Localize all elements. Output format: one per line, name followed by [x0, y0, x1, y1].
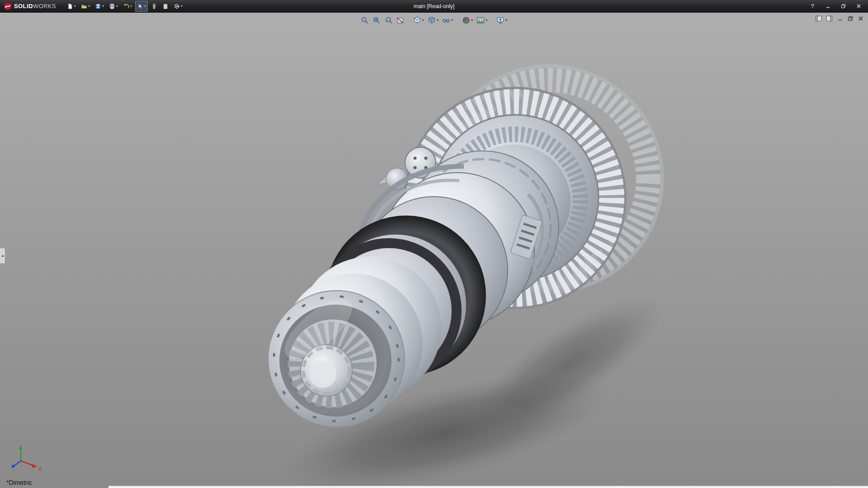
apply-scene-button[interactable]: ▾ [476, 15, 488, 25]
feature-manager-collapse-tab[interactable]: ◂ [0, 248, 5, 264]
brand-text: SOLIDWORKS [14, 3, 56, 9]
close-window-button[interactable] [853, 2, 864, 11]
new-document-button[interactable]: ▾ [65, 1, 78, 12]
dropdown-icon[interactable]: ▾ [88, 5, 90, 8]
view-orientation-cube-icon [413, 16, 421, 24]
rebuild-button[interactable] [149, 1, 159, 12]
print-button[interactable]: ▾ [107, 1, 120, 12]
close-icon [856, 4, 861, 9]
select-button[interactable]: ▾ [135, 1, 148, 12]
section-view-icon [396, 16, 404, 24]
status-strip [108, 486, 868, 488]
close-document-button[interactable] [857, 15, 864, 22]
engine-model [0, 13, 868, 488]
previous-view-button[interactable] [383, 15, 393, 25]
heads-up-view-toolbar: ▾ ▾ ▾ [359, 15, 509, 25]
view-settings-button[interactable]: ▾ [495, 15, 508, 25]
dropdown-icon[interactable]: ▾ [181, 5, 183, 8]
dropdown-icon[interactable]: ▾ [102, 5, 104, 8]
save-icon [95, 3, 101, 9]
show-task-pane-button[interactable] [826, 15, 833, 22]
window-controls: ? [807, 2, 864, 11]
open-icon [81, 3, 87, 9]
restore-window-button[interactable] [837, 2, 849, 11]
dropdown-icon[interactable]: ▾ [422, 19, 424, 22]
minimize-icon [837, 15, 843, 22]
undo-button[interactable]: ▾ [121, 1, 134, 12]
hide-show-items-button[interactable]: ▾ [441, 15, 454, 25]
view-orientation-button[interactable]: ▾ [412, 15, 425, 25]
dropdown-icon[interactable]: ▾ [116, 5, 118, 8]
edit-appearance-ball-icon [462, 16, 470, 24]
dropdown-icon[interactable]: ▾ [437, 19, 439, 22]
save-button[interactable]: ▾ [93, 1, 106, 12]
zoom-to-area-icon [373, 16, 381, 24]
dropdown-icon[interactable]: ▾ [130, 5, 132, 8]
solidworks-logo-icon [4, 2, 12, 10]
collapse-left-icon: ◂ [1, 253, 4, 258]
apply-scene-icon [476, 16, 485, 24]
open-button[interactable]: ▾ [79, 1, 92, 12]
brand-works: WORKS [33, 3, 56, 9]
zoom-to-area-button[interactable] [372, 15, 382, 25]
undo-icon [123, 3, 129, 9]
brand: SOLIDWORKS [4, 2, 56, 10]
dropdown-icon[interactable]: ▾ [74, 5, 76, 8]
show-feature-manager-button[interactable] [815, 15, 822, 22]
left-pane-icon [815, 15, 822, 22]
display-style-button[interactable]: ▾ [427, 15, 439, 25]
help-button[interactable]: ? [807, 2, 818, 11]
dropdown-icon[interactable]: ▾ [451, 19, 453, 22]
dropdown-icon[interactable]: ▾ [486, 19, 487, 22]
edit-appearance-button[interactable]: ▾ [461, 15, 474, 25]
hide-show-glasses-icon [442, 16, 450, 24]
brand-solid: SOLID [14, 3, 33, 9]
document-title: main [Read-only] [414, 3, 455, 9]
restore-document-button[interactable] [847, 15, 854, 22]
close-icon [858, 15, 864, 22]
axis-x-label: X [38, 466, 42, 472]
file-properties-icon [162, 3, 169, 9]
title-bar: SOLIDWORKS ▾ ▾ [0, 0, 868, 13]
options-button[interactable]: ▾ [172, 1, 184, 12]
graphics-area[interactable]: ▾ ▾ ▾ [0, 13, 868, 488]
view-orientation-label: *Dimetric [6, 479, 32, 486]
zoom-to-fit-icon [361, 16, 369, 24]
select-cursor-icon [137, 3, 143, 9]
minimize-window-button[interactable] [822, 2, 834, 11]
minimize-icon [826, 4, 830, 9]
reference-triad: X [7, 443, 45, 475]
right-pane-icon [826, 15, 833, 22]
help-icon: ? [811, 3, 814, 9]
section-view-button[interactable] [395, 15, 405, 25]
file-properties-button[interactable] [160, 1, 170, 12]
restore-icon [841, 4, 846, 9]
dropdown-icon[interactable]: ▾ [471, 19, 473, 22]
document-window-controls [815, 15, 864, 22]
rebuild-icon [151, 3, 157, 9]
dropdown-icon[interactable]: ▾ [505, 19, 507, 22]
view-settings-icon [496, 16, 505, 24]
print-icon [109, 3, 115, 9]
previous-view-icon [384, 16, 392, 24]
dropdown-icon[interactable]: ▾ [144, 5, 146, 8]
new-document-icon [67, 3, 73, 9]
solidworks-window: SOLIDWORKS ▾ ▾ [0, 0, 868, 488]
minimize-document-button[interactable] [836, 15, 844, 22]
options-gear-icon [174, 3, 180, 9]
display-style-icon [428, 16, 436, 24]
restore-icon [847, 15, 854, 22]
zoom-to-fit-button[interactable] [360, 15, 370, 25]
quick-access-toolbar: ▾ ▾ ▾ [65, 1, 184, 12]
